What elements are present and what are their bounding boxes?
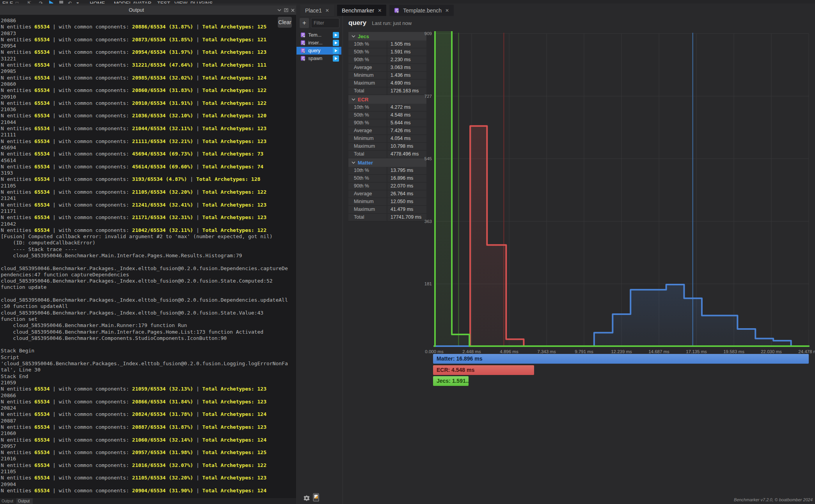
log-entity-count: 20904 (1, 481, 296, 488)
log-entity-count: 21016 (1, 456, 296, 462)
add-benchmark-button[interactable]: + (300, 18, 309, 28)
legend-bar-matter[interactable]: Matter: 16.896 ms (433, 354, 809, 364)
stat-value: 4.054 ms (387, 135, 426, 143)
log-entity-count: 21171 (1, 208, 296, 214)
log-entity-line: N entities 65534 | with common component… (1, 214, 296, 221)
top-toolbar: FILE □ ⇱ ↷ ↶ ▾ HOMEMODELAVATARTESTVIEWPL… (0, 0, 815, 4)
run-benchmark-button[interactable] (333, 55, 339, 62)
output-panel: Output 20886N entities 65534 | with comm… (0, 5, 296, 498)
ribbon-menu-test[interactable]: TEST (157, 0, 170, 4)
log-entity-line: N entities 65534 | with common component… (1, 449, 296, 456)
y-axis-tick: 545 (424, 156, 432, 161)
x-axis-tick: 22.030 ms (761, 349, 782, 354)
log-entity-count: 20824 (1, 405, 296, 411)
redo-icon[interactable]: ↷ (39, 0, 43, 4)
x-axis-tick: 14.687 ms (648, 349, 669, 354)
x-axis-tick: 0.000 ms (425, 349, 444, 354)
tab-place1[interactable]: Place1 ✕ (300, 5, 334, 16)
file-menu[interactable]: FILE (2, 0, 13, 4)
stat-value: 26.764 ms (387, 190, 426, 198)
log-entity-count: 20887 (1, 418, 296, 424)
stat-label: Average (348, 190, 387, 198)
stat-value: 1.505 ms (387, 41, 426, 48)
stats-row: 10th %1.505 ms (348, 41, 426, 48)
stat-label: 50th % (348, 48, 387, 56)
stats-row: 90th %5.644 ms (348, 119, 426, 127)
chevron-down-icon (352, 161, 355, 164)
results-header: query Last run: just now (348, 19, 412, 29)
run-benchmark-button[interactable] (333, 48, 339, 54)
log-text-line: cloud_5853950046.Benchmarker.Packages._I… (1, 310, 296, 316)
log-entity-count: 21105 (1, 469, 296, 475)
tab-template-bench[interactable]: Template.bench ✕ (389, 5, 454, 16)
benchmark-item-tem[interactable]: Tem... (297, 31, 341, 39)
chevron-down-icon[interactable]: ▾ (76, 0, 79, 4)
log-entity-count: 21044 (1, 119, 296, 126)
benchmark-sidebar: + Tem...inser...queryspawn (297, 16, 343, 504)
stat-value: 7.426 ms (387, 127, 426, 135)
run-benchmark-button[interactable] (333, 40, 339, 46)
chevron-down-icon[interactable] (277, 9, 281, 12)
ribbon-menu-home[interactable]: HOME (90, 0, 105, 4)
stat-label: 50th % (348, 111, 387, 119)
ribbon-menu-view[interactable]: VIEW (174, 0, 187, 4)
log-entity-count: 45614 (1, 157, 296, 164)
filter-input[interactable] (311, 18, 339, 28)
stats-section-header-matter[interactable]: Matter (348, 158, 426, 167)
tab-benchmarker[interactable]: Benchmarker ✕ (337, 5, 386, 16)
run-benchmark-button[interactable] (333, 32, 339, 38)
output-console[interactable]: 20886N entities 65534 | with common comp… (0, 15, 296, 498)
benchmark-item-query[interactable]: query (297, 47, 341, 55)
stat-value: 41.479 ms (387, 206, 426, 214)
stat-value: 1726.163 ms (387, 87, 426, 95)
log-blank-line (1, 259, 296, 265)
benchmark-item-label: Tem... (308, 32, 321, 38)
benchmark-item-label: query (308, 48, 320, 53)
log-text-line: function set (1, 316, 296, 322)
ribbon-menu-plugins[interactable]: PLUGINS (190, 0, 213, 4)
ribbon-menu-avatar[interactable]: AVATAR (133, 0, 151, 4)
plugin-credit: Benchmarker v7.2.0, © boatbomber 2024 (734, 497, 813, 502)
log-entity-line: N entities 65534 | with common component… (1, 126, 296, 132)
benchmarker-plugin-panel: Place1 ✕ Benchmarker ✕ Template.bench ✕ … (297, 4, 815, 504)
undo-icon[interactable]: ↶ (68, 0, 72, 4)
clear-output-button[interactable]: Clear (278, 17, 292, 28)
stats-section-header-ecr[interactable]: ECR (348, 95, 426, 104)
benchmark-item-inser[interactable]: inser... (297, 39, 341, 47)
stat-label: 10th % (348, 104, 387, 111)
close-icon[interactable] (291, 9, 295, 12)
stats-row: Average7.426 ms (348, 127, 426, 135)
new-file-icon[interactable]: □ (16, 0, 18, 4)
output-tab[interactable]: Output (16, 498, 33, 504)
stats-row: Maximum10.798 ms (348, 143, 426, 150)
tab-close-icon[interactable]: ✕ (445, 8, 449, 13)
stat-value: 5.644 ms (387, 119, 426, 127)
output-tab[interactable]: Output (0, 498, 16, 504)
log-text-line: :50 function updateAll (1, 303, 296, 309)
stat-value: 13.795 ms (387, 167, 426, 175)
benchmark-item-spawn[interactable]: spawn (297, 55, 341, 62)
log-text-line: cloud_5853950046.Benchmarker.Packages._I… (1, 278, 296, 284)
stats-section-header-jecs[interactable]: Jecs (348, 32, 426, 41)
log-entity-line: N entities 65534 | with common component… (1, 24, 296, 30)
play-icon[interactable] (49, 0, 53, 4)
stats-row: Average3.063 ms (348, 64, 426, 72)
benchmark-title: query (348, 19, 366, 27)
log-entity-line: N entities 65534 | with common component… (1, 75, 296, 81)
log-text-line: cloud_5853950046.Benchmarker.Packages._I… (1, 265, 296, 272)
output-titlebar[interactable]: Output (0, 5, 296, 15)
log-text-line: 'cloud_5853950046.Benchmarker.Packages._… (1, 361, 296, 367)
ribbon-menu-model[interactable]: MODEL (114, 0, 132, 4)
tab-close-icon[interactable]: ✕ (378, 8, 382, 13)
stat-label: Total (348, 150, 387, 158)
report-button[interactable] (313, 493, 319, 503)
tab-close-icon[interactable]: ✕ (325, 8, 329, 13)
settings-gear-button[interactable] (303, 495, 310, 503)
log-entity-count: 20910 (1, 94, 296, 100)
gear-icon (303, 495, 310, 502)
legend-bar-jecs[interactable]: Jecs: 1.591... (433, 376, 469, 386)
import-icon[interactable]: ⇱ (27, 0, 31, 4)
stop-icon[interactable] (59, 1, 63, 4)
legend-bar-ecr[interactable]: ECR: 4.548 ms (433, 365, 534, 375)
float-window-icon[interactable] (284, 8, 288, 12)
